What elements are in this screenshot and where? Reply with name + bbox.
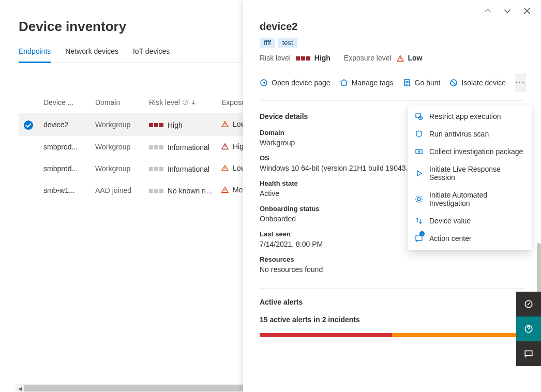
- menu-restrict-app[interactable]: Restrict app execution: [408, 108, 532, 125]
- cell-risk: Informational: [149, 143, 209, 152]
- flyout-title: device2: [260, 21, 524, 33]
- compass-icon: [524, 299, 533, 309]
- action-bar: Open device page Manage tags Go hunt Iso…: [260, 73, 524, 101]
- menu-collect-package[interactable]: Collect investigation package: [408, 143, 532, 160]
- resources-value: No resources found: [260, 265, 524, 274]
- menu-device-value[interactable]: Device value: [408, 212, 532, 230]
- menu-automated-investigation[interactable]: Initiate Automated Investigation: [408, 186, 532, 212]
- help-icon: [524, 324, 533, 334]
- tag[interactable]: ffff: [260, 38, 275, 48]
- prev-item-icon[interactable]: [483, 6, 492, 16]
- col-risk[interactable]: Risk level: [149, 98, 221, 107]
- scroll-left-icon[interactable]: ◂: [16, 384, 24, 393]
- app-root: Device inventory Endpoints Network devic…: [0, 0, 541, 392]
- gear-icon: [415, 195, 423, 203]
- info-icon: [182, 99, 188, 105]
- risk-level: Risk level High: [260, 54, 330, 62]
- flyout-controls: [243, 0, 541, 16]
- warning-icon: [221, 186, 229, 193]
- shield-icon: [415, 130, 423, 138]
- play-icon: [415, 169, 423, 177]
- tag-icon: [340, 79, 348, 87]
- side-button-feedback[interactable]: [516, 341, 541, 366]
- tag[interactable]: test: [278, 38, 297, 48]
- cell-domain: Workgroup: [95, 143, 149, 151]
- more-actions-menu: Restrict app execution Run antivirus sca…: [408, 104, 532, 250]
- isolate-device-button[interactable]: Isolate device: [449, 79, 506, 87]
- feedback-icon: [524, 349, 533, 358]
- menu-action-center[interactable]: ! Action center: [408, 230, 532, 247]
- col-device[interactable]: Device ...: [43, 98, 95, 107]
- resources-label: Resources: [260, 255, 524, 263]
- warning-icon: [397, 55, 404, 62]
- menu-live-response[interactable]: Initiate Live Response Session: [408, 160, 532, 186]
- svg-rect-12: [525, 351, 532, 355]
- cell-risk: High: [149, 121, 183, 129]
- svg-point-8: [417, 198, 420, 201]
- menu-antivirus[interactable]: Run antivirus scan: [408, 125, 532, 143]
- levels: Risk level High Exposure level Low: [260, 54, 524, 62]
- cell-device: smb-w1...: [43, 186, 95, 194]
- package-icon: [415, 147, 423, 156]
- sort-desc-icon: [190, 99, 197, 105]
- cell-domain: Workgroup: [95, 164, 149, 173]
- risk-high-icon: [149, 123, 163, 127]
- risk-high-icon: [296, 56, 310, 61]
- notification-badge-icon: !: [419, 231, 425, 236]
- tags: ffff test: [260, 38, 524, 48]
- tab-network-devices[interactable]: Network devices: [65, 47, 118, 63]
- open-icon: [260, 79, 268, 87]
- cell-device: smbprod...: [43, 143, 95, 151]
- go-hunt-button[interactable]: Go hunt: [403, 79, 441, 87]
- active-alerts-header[interactable]: Active alerts: [260, 289, 524, 315]
- col-domain[interactable]: Domain: [95, 98, 149, 107]
- risk-info-icon: [149, 167, 163, 171]
- updown-icon: [415, 217, 423, 225]
- restrict-icon: [415, 112, 423, 120]
- alerts-summary: 15 active alerts in 2 incidents: [260, 315, 524, 324]
- cell-domain: Workgroup: [95, 120, 149, 129]
- cell-risk: Informational: [149, 165, 209, 173]
- open-device-page-button[interactable]: Open device page: [260, 79, 330, 87]
- warning-icon: [221, 120, 229, 128]
- side-button-help[interactable]: [516, 316, 541, 341]
- cell-device: device2: [43, 120, 95, 129]
- svg-rect-7: [416, 149, 422, 154]
- cell-exposure: Low: [221, 164, 246, 172]
- cell-domain: AAD joined: [95, 186, 149, 194]
- block-icon: [449, 79, 458, 87]
- more-actions-button[interactable]: ···: [515, 73, 526, 92]
- side-tools: [516, 292, 541, 366]
- manage-tags-button[interactable]: Manage tags: [340, 79, 394, 87]
- row-selected-icon[interactable]: [24, 120, 33, 130]
- cell-risk: No known risks..: [149, 187, 214, 195]
- warning-icon: [221, 143, 229, 150]
- alerts-bar-medium: [392, 333, 524, 337]
- cell-exposure: Low: [221, 120, 246, 128]
- next-item-icon[interactable]: [503, 6, 512, 16]
- more-icon: ···: [515, 79, 526, 87]
- alerts-bar-high: [260, 333, 392, 337]
- side-button-1[interactable]: [516, 292, 541, 316]
- risk-info-icon: [149, 145, 163, 149]
- close-icon[interactable]: [522, 6, 532, 16]
- vertical-scrollbar-thumb[interactable]: [537, 243, 541, 299]
- cell-device: smbprod...: [43, 164, 95, 173]
- warning-icon: [221, 164, 229, 172]
- exposure-level: Exposure level Low: [344, 54, 423, 62]
- tab-iot-devices[interactable]: IoT devices: [133, 47, 170, 63]
- hunt-icon: [403, 79, 411, 87]
- risk-none-icon: [149, 189, 163, 193]
- svg-rect-9: [416, 236, 422, 240]
- tab-endpoints[interactable]: Endpoints: [19, 47, 51, 63]
- alerts-bar: [260, 333, 524, 337]
